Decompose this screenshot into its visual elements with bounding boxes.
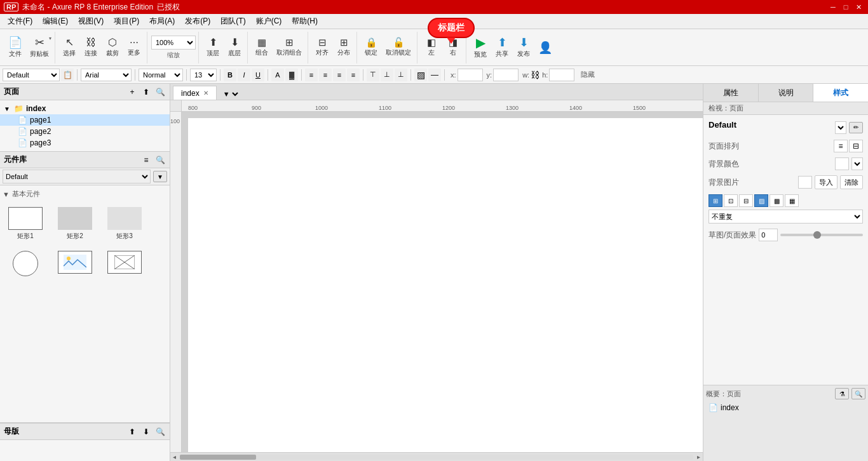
toolbar-btn-publish[interactable]: ⬇ 发布 bbox=[513, 34, 534, 62]
font-color-button[interactable]: A bbox=[271, 69, 284, 81]
toolbar-btn-bottom[interactable]: ⬇ 底层 bbox=[224, 34, 245, 62]
toolbar-btn-crop[interactable]: ⬡ 裁剪 bbox=[102, 34, 123, 62]
underline-button[interactable]: U bbox=[252, 69, 264, 81]
zoom-select[interactable]: 100% 75% 50% 150% 200% bbox=[151, 36, 196, 50]
toolbar-btn-clipboard[interactable]: ✂ 剪贴板 ▾ bbox=[27, 34, 52, 62]
toolbar-btn-lock[interactable]: 🔒 锁定 bbox=[361, 34, 381, 62]
toolbar-btn-distribute[interactable]: ⊞ 分布 bbox=[334, 34, 354, 62]
canvas-tab-index[interactable]: index ✕ bbox=[173, 86, 217, 100]
toolbar-btn-right[interactable]: ◨ 右 bbox=[443, 34, 463, 62]
right-tab-notes[interactable]: 说明 bbox=[759, 84, 814, 102]
component-rect3[interactable]: 矩形3 bbox=[102, 204, 147, 244]
menu-view[interactable]: 视图(V) bbox=[73, 15, 109, 28]
library-arrow-button[interactable]: ▼ bbox=[153, 171, 167, 182]
outline-search-button[interactable]: 🔍 bbox=[851, 388, 865, 399]
component-circle[interactable] bbox=[3, 248, 48, 281]
restore-button[interactable]: □ bbox=[840, 2, 851, 12]
outline-filter-button[interactable]: ⚗ bbox=[835, 388, 849, 399]
weight-select[interactable]: Normal Bold Italic bbox=[139, 69, 183, 81]
bg-effect-input[interactable] bbox=[759, 229, 778, 241]
scroll-right-arrow[interactable]: ▸ bbox=[695, 453, 703, 460]
page-root[interactable]: ▼ 📁 index bbox=[0, 103, 170, 114]
layout-rows-button[interactable]: ⊟ bbox=[849, 140, 863, 152]
components-menu-button[interactable]: ≡ bbox=[140, 154, 152, 166]
bg-color-swatch[interactable] bbox=[835, 157, 849, 170]
bg-color-dropdown[interactable]: ▾ bbox=[851, 157, 863, 170]
bg-repeat-select[interactable]: 不重复 水平重复 垂直重复 重复 bbox=[709, 210, 863, 224]
toolbar-btn-left[interactable]: ◧ 左 bbox=[421, 34, 442, 62]
style-edit-button[interactable]: ✏ bbox=[849, 122, 863, 133]
size-select[interactable]: 13 10 12 14 16 18 bbox=[190, 69, 217, 81]
masters-import-button[interactable]: ⬇ bbox=[140, 426, 152, 438]
tile-btn-6[interactable]: ▦ bbox=[785, 194, 799, 207]
bg-image-import-button[interactable]: 导入 bbox=[815, 175, 837, 189]
layout-columns-button[interactable]: ≡ bbox=[834, 140, 848, 152]
toolbar-btn-preview[interactable]: ▶ 预览 bbox=[470, 34, 491, 62]
toolbar-btn-more[interactable]: ⋯ 更多 bbox=[124, 34, 144, 62]
right-tab-style[interactable]: 样式 bbox=[813, 84, 868, 102]
h-scrollbar-thumb[interactable] bbox=[180, 455, 256, 460]
menu-publish[interactable]: 发布(P) bbox=[180, 15, 215, 28]
align-center-button[interactable]: ≡ bbox=[319, 69, 332, 81]
y-input[interactable] bbox=[493, 69, 519, 81]
masters-add-button[interactable]: ⬆ bbox=[126, 426, 138, 438]
canvas-tab-scroll[interactable]: ▼ bbox=[220, 88, 240, 100]
style-title-dropdown[interactable]: ▾ bbox=[835, 121, 846, 134]
bg-image-clear-button[interactable]: 清除 bbox=[840, 175, 863, 189]
fill-color-button[interactable]: ▨ bbox=[414, 69, 427, 81]
style-select[interactable]: Default bbox=[3, 69, 60, 81]
align-left-button[interactable]: ≡ bbox=[305, 69, 318, 81]
italic-button[interactable]: I bbox=[238, 69, 250, 81]
h-input[interactable] bbox=[549, 69, 574, 81]
right-tab-properties[interactable]: 属性 bbox=[703, 84, 759, 102]
toolbar-btn-new[interactable]: 📄 文件 bbox=[5, 34, 25, 62]
menu-team[interactable]: 团队(T) bbox=[215, 15, 250, 28]
toolbar-btn-select[interactable]: ↖ 选择 bbox=[59, 34, 79, 62]
page-item-page3[interactable]: 📄 page3 bbox=[0, 137, 170, 149]
font-select[interactable]: Arial bbox=[81, 69, 132, 81]
component-placeholder[interactable] bbox=[102, 248, 147, 281]
page-item-page1[interactable]: 📄 page1 bbox=[0, 114, 170, 126]
pages-add-button[interactable]: + bbox=[126, 86, 138, 98]
toolbar-btn-account[interactable]: 👤 bbox=[535, 34, 555, 62]
minimize-button[interactable]: ─ bbox=[827, 2, 839, 12]
tile-btn-3[interactable]: ⊟ bbox=[739, 194, 753, 207]
menu-edit[interactable]: 编辑(E) bbox=[37, 15, 73, 28]
effect-slider-thumb[interactable] bbox=[813, 231, 821, 239]
x-input[interactable] bbox=[458, 69, 483, 81]
tile-btn-4[interactable]: ▨ bbox=[754, 194, 768, 207]
page-item-page2[interactable]: 📄 page2 bbox=[0, 126, 170, 137]
canvas-viewport[interactable] bbox=[182, 112, 703, 452]
highlight-button[interactable]: ▓ bbox=[285, 69, 298, 81]
toolbar-btn-connect[interactable]: ⛓ 连接 bbox=[81, 34, 101, 62]
style-manage-button[interactable]: 📋 bbox=[61, 69, 74, 81]
toolbar-btn-align[interactable]: ⊟ 对齐 bbox=[312, 34, 332, 62]
library-select[interactable]: Default bbox=[3, 170, 151, 184]
effect-slider[interactable] bbox=[780, 234, 863, 236]
h-scrollbar-track[interactable] bbox=[180, 455, 693, 460]
bold-button[interactable]: B bbox=[224, 69, 236, 81]
component-rect2[interactable]: 矩形2 bbox=[52, 204, 98, 244]
align-right-button[interactable]: ≡ bbox=[333, 69, 346, 81]
menu-file[interactable]: 文件(F) bbox=[3, 15, 37, 28]
tile-btn-2[interactable]: ⊡ bbox=[724, 194, 738, 207]
valign-bottom-button[interactable]: ⊥ bbox=[395, 69, 407, 81]
toolbar-btn-top[interactable]: ⬆ 顶层 bbox=[203, 34, 223, 62]
masters-search-button[interactable]: 🔍 bbox=[154, 426, 166, 438]
outline-item-index[interactable]: 📄 index bbox=[706, 402, 865, 413]
toolbar-btn-share[interactable]: ⬆ 共享 bbox=[492, 34, 512, 62]
tile-btn-1[interactable]: ⊞ bbox=[709, 194, 722, 207]
toolbar-btn-group[interactable]: ▦ 组合 bbox=[252, 34, 272, 62]
toolbar-btn-unlock[interactable]: 🔓 取消锁定 bbox=[383, 34, 414, 62]
toolbar-btn-ungroup[interactable]: ⊞ 取消组合 bbox=[273, 34, 305, 62]
components-search-button[interactable]: 🔍 bbox=[154, 154, 166, 166]
canvas-tab-close-button[interactable]: ✕ bbox=[203, 90, 208, 97]
valign-top-button[interactable]: ⊤ bbox=[367, 69, 379, 81]
line-color-button[interactable]: — bbox=[428, 69, 441, 81]
menu-help[interactable]: 帮助(H) bbox=[287, 15, 323, 28]
component-rect1[interactable]: 矩形1 bbox=[3, 204, 48, 244]
menu-project[interactable]: 项目(P) bbox=[109, 15, 144, 28]
menu-account[interactable]: 账户(C) bbox=[251, 15, 287, 28]
tile-btn-5[interactable]: ▩ bbox=[770, 194, 783, 207]
component-image[interactable] bbox=[52, 248, 98, 281]
